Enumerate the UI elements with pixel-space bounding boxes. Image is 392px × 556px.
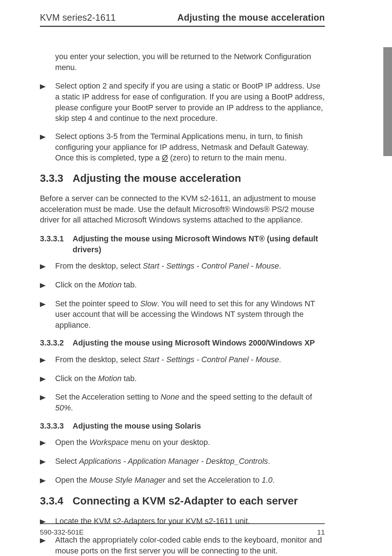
header-product: KVM series2-1611	[40, 12, 116, 23]
section-tab	[383, 47, 392, 156]
heading-number: 3.3.3.1	[40, 234, 73, 255]
svg-marker-5	[40, 358, 46, 363]
page-content: KVM series2-1611 Adjusting the mouse acc…	[40, 12, 325, 556]
list-item: From the desktop, select Start - Setting…	[40, 355, 325, 366]
svg-marker-0	[40, 84, 46, 89]
footer-page-number: 11	[317, 528, 325, 536]
section-intro: Before a server can be connected to the …	[40, 193, 325, 226]
text-segment: tab.	[122, 281, 137, 289]
list-item-text: From the desktop, select Start - Setting…	[55, 261, 325, 273]
text-segment: .	[71, 404, 73, 412]
svg-marker-9	[40, 459, 46, 465]
text-segment: Click on the	[55, 281, 98, 289]
svg-marker-4	[40, 302, 46, 307]
text-segment: .	[279, 262, 281, 270]
list-item-text: Select Applications - Application Manage…	[55, 456, 325, 468]
heading-number: 3.3.3.3	[40, 421, 73, 432]
text-segment: Select	[55, 457, 79, 466]
text-italic: Mouse Style Manager	[89, 476, 165, 485]
list-item-text: From the desktop, select Start - Setting…	[55, 355, 325, 366]
list-item-text: Open the Mouse Style Manager and set the…	[55, 475, 325, 487]
list-item-text: Set the Acceleration setting to None and…	[55, 392, 325, 413]
list-item: Set the pointer speed to Slow. You will …	[40, 299, 325, 331]
page-footer: 590-332-501E 11	[40, 523, 325, 536]
list-item-text: Click on the Motion tab.	[55, 373, 325, 385]
text-segment: .	[268, 457, 270, 466]
text-segment: .	[273, 476, 275, 485]
list-item: Click on the Motion tab.	[40, 373, 325, 385]
bullet-arrow-icon	[40, 456, 55, 468]
text-italic: 1.0	[262, 476, 273, 485]
text-italic: Start - Settings - Control Panel - Mouse	[143, 262, 279, 270]
bullet-arrow-icon	[40, 392, 55, 413]
heading-text: Adjusting the mouse acceleration	[73, 171, 241, 185]
heading-text: Adjusting the mouse using Microsoft Wind…	[73, 338, 325, 349]
list-item-text: Open the Workspace menu on your desktop.	[55, 437, 325, 449]
list-item-text: Set the pointer speed to Slow. You will …	[55, 299, 325, 331]
list-item-text: Click on the Motion tab.	[55, 280, 325, 291]
text-segment: Open the	[55, 476, 89, 485]
svg-marker-12	[40, 538, 46, 543]
list-item: Open the Mouse Style Manager and set the…	[40, 475, 325, 487]
text-italic: Motion	[98, 374, 122, 383]
text-segment: From the desktop, select	[55, 262, 143, 270]
text-segment: menu on your desktop.	[128, 438, 210, 447]
heading-3331: 3.3.3.1 Adjusting the mouse using Micros…	[40, 234, 325, 255]
list-item-text: Attach the appropriately color-coded cab…	[55, 535, 325, 556]
list-item-text: Select option 2 and specify if you are u…	[55, 81, 325, 124]
page-header: KVM series2-1611 Adjusting the mouse acc…	[40, 12, 325, 27]
text-segment: and the speed setting to the default of	[179, 393, 312, 401]
list-item: Click on the Motion tab.	[40, 280, 325, 291]
zero-symbol: Ø	[162, 154, 168, 162]
heading-333: 3.3.3 Adjusting the mouse acceleration	[40, 171, 325, 185]
svg-marker-10	[40, 478, 46, 483]
heading-3333: 3.3.3.3 Adjusting the mouse using Solari…	[40, 421, 325, 432]
bullet-arrow-icon	[40, 299, 55, 331]
svg-marker-8	[40, 441, 46, 446]
text-segment: (zero) to return to the main menu.	[168, 154, 286, 162]
heading-334: 3.3.4 Connecting a KVM s2-Adapter to eac…	[40, 494, 325, 508]
text-italic: Slow	[140, 299, 157, 308]
svg-marker-1	[40, 135, 46, 140]
page-body: you enter your selection, you will be re…	[40, 52, 325, 556]
bullet-arrow-icon	[40, 261, 55, 273]
svg-marker-3	[40, 283, 46, 288]
list-item: Attach the appropriately color-coded cab…	[40, 535, 325, 556]
bullet-arrow-icon	[40, 131, 55, 164]
footer-doc-number: 590-332-501E	[40, 528, 83, 536]
text-segment: tab.	[122, 374, 137, 383]
svg-marker-2	[40, 264, 46, 269]
text-italic: Motion	[98, 281, 122, 289]
heading-number: 3.3.3	[40, 171, 73, 185]
text-italic: Start - Settings - Control Panel - Mouse	[143, 355, 279, 364]
list-item: Select options 3-5 from the Terminal App…	[40, 131, 325, 164]
list-item: Select Applications - Application Manage…	[40, 456, 325, 468]
header-section-title: Adjusting the mouse acceleration	[177, 12, 325, 23]
text-segment: Set the Acceleration setting to	[55, 393, 160, 401]
svg-marker-6	[40, 377, 46, 382]
text-segment: .	[279, 355, 281, 364]
text-segment: and set the Acceleration to	[166, 476, 262, 485]
text-segment: Click on the	[55, 374, 98, 383]
text-segment: Open the	[55, 438, 89, 447]
heading-text: Adjusting the mouse using Solaris	[73, 421, 325, 432]
bullet-arrow-icon	[40, 437, 55, 449]
heading-3332: 3.3.3.2 Adjusting the mouse using Micros…	[40, 338, 325, 349]
heading-text: Connecting a KVM s2-Adapter to each serv…	[73, 494, 298, 508]
list-item: Open the Workspace menu on your desktop.	[40, 437, 325, 449]
text-italic: None	[160, 393, 179, 401]
text-italic: Applications - Application Manager - Des…	[79, 457, 268, 466]
heading-number: 3.3.4	[40, 494, 73, 508]
bullet-arrow-icon	[40, 535, 55, 556]
list-item: Set the Acceleration setting to None and…	[40, 392, 325, 413]
list-item: From the desktop, select Start - Setting…	[40, 261, 325, 273]
heading-text: Adjusting the mouse using Microsoft Wind…	[73, 234, 325, 255]
text-italic: Workspace	[89, 438, 128, 447]
text-italic: 50%	[55, 404, 71, 412]
text-segment: From the desktop, select	[55, 355, 143, 364]
list-item-text: Select options 3-5 from the Terminal App…	[55, 131, 325, 164]
bullet-arrow-icon	[40, 355, 55, 366]
heading-number: 3.3.3.2	[40, 338, 73, 349]
svg-marker-7	[40, 395, 46, 400]
bullet-arrow-icon	[40, 280, 55, 291]
